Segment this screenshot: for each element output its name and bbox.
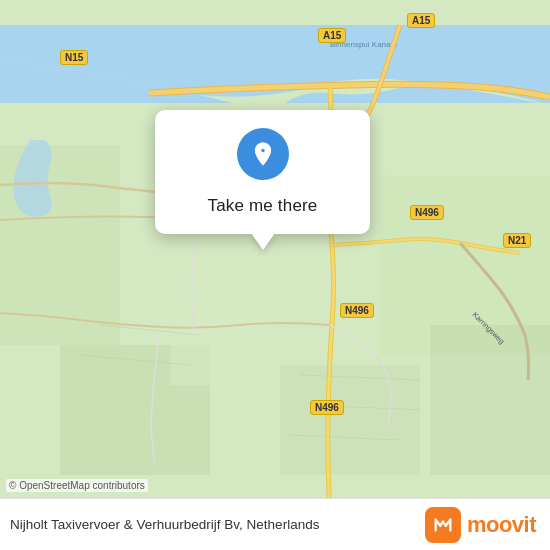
osm-attribution: © OpenStreetMap contributors bbox=[6, 479, 148, 492]
location-pin-icon bbox=[237, 128, 289, 180]
road-badge-n15: N15 bbox=[60, 50, 88, 65]
road-badge-n496-1: N496 bbox=[410, 205, 444, 220]
road-badge-a15-1: A15 bbox=[318, 28, 346, 43]
popup-card: Take me there bbox=[155, 110, 370, 234]
moovit-icon bbox=[425, 507, 461, 543]
popup-tail bbox=[251, 233, 275, 250]
map-svg: Binnenspui Kanaal bbox=[0, 0, 550, 550]
map-container: Binnenspui Kanaal bbox=[0, 0, 550, 550]
road-badge-a15-2: A15 bbox=[407, 13, 435, 28]
svg-point-16 bbox=[261, 149, 265, 153]
take-me-there-button[interactable]: Take me there bbox=[200, 192, 326, 220]
business-info: Nijholt Taxivervoer & Verhuurbedrijf Bv,… bbox=[10, 517, 319, 532]
moovit-logo-container: moovit bbox=[425, 507, 536, 543]
road-badge-n496-2: N496 bbox=[340, 303, 374, 318]
road-badge-n21: N21 bbox=[503, 233, 531, 248]
footer-bar: Nijholt Taxivervoer & Verhuurbedrijf Bv,… bbox=[0, 498, 550, 550]
svg-rect-6 bbox=[430, 325, 550, 475]
svg-rect-5 bbox=[280, 365, 420, 475]
road-badge-n496-3: N496 bbox=[310, 400, 344, 415]
svg-rect-7 bbox=[170, 305, 270, 385]
moovit-logo-text: moovit bbox=[467, 512, 536, 538]
